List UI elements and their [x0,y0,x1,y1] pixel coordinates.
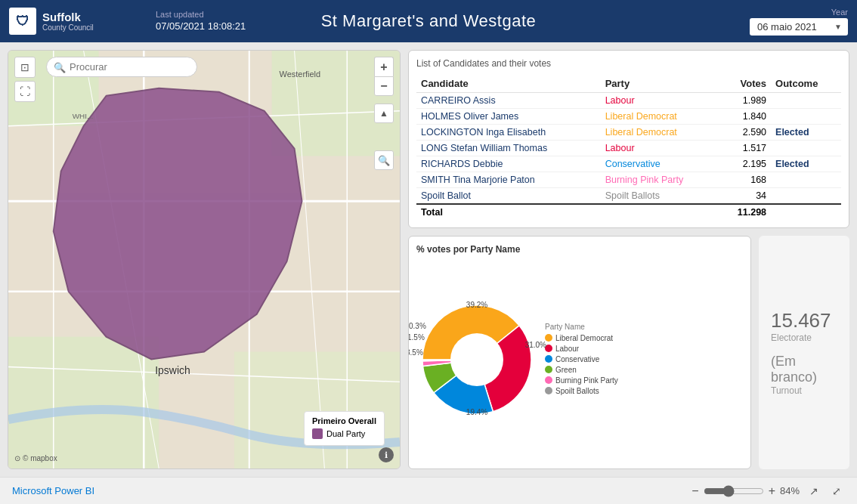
legend-text: Conservative [555,355,599,363]
legend-label-dual-party: Dual Party [326,429,365,438]
legend-dot [545,355,552,363]
chart-legend-items: Liberal DemocratLabourConservativeGreenB… [545,334,618,395]
map-nav: ▲ [374,104,394,123]
zoom-percentage: 84% [780,485,800,496]
chart-legend: Party Name Liberal DemocratLabourConserv… [545,323,618,397]
page-title: St Margaret's and Westgate [321,11,537,31]
candidates-table: Candidate Party Votes Outcome CARREIRO A… [416,75,841,220]
map-legend-title: Primeiro Overall [312,416,376,425]
map-magnify-button[interactable]: 🔍 [374,150,394,170]
candidate-outcome [771,188,841,205]
legend-text: Burning Pink Party [555,376,618,385]
candidate-name: HOLMES Oliver James [416,109,601,125]
table-row: SMITH Tina Marjorie Paton Burning Pink P… [416,172,841,188]
svg-text:Ipswich: Ipswich [155,364,190,376]
donut-chart: 39.2% 31.0% 19.4% 8.5% 1.5% 0.3% [416,299,537,420]
logo-area: 🛡 Suffolk County Council [9,8,145,35]
zoom-slider-area: − + 84% [691,484,800,498]
legend-color-dual-party [312,428,323,439]
candidate-name: LONG Stefan William Thomas [416,141,601,156]
map-canvas: Ipswich Westerfield WHI... [8,51,400,468]
candidate-votes: 168 [719,172,771,188]
last-updated-value: 07/05/2021 18:08:21 [156,20,246,32]
header: 🛡 Suffolk County Council Last updated 07… [0,0,857,42]
table-row: LOCKINGTON Inga Elisabeth Liberal Democr… [416,125,841,141]
svg-rect-3 [8,337,159,468]
candidates-body: CARREIRO Assis Labour 1.989 HOLMES Olive… [416,93,841,205]
candidate-votes: 1.517 [719,141,771,156]
chart-title: % votes por Party Name [416,244,743,255]
candidate-name: LOCKINGTON Inga Elisabeth [416,125,601,141]
legend-item: Dual Party [312,428,376,439]
main-content: Ipswich Westerfield WHI... 🔍 ⊡ ⛶ + − ▲ 🔍 [0,42,857,477]
candidate-party: Liberal Democrat [601,109,719,125]
col-candidate: Candidate [416,75,601,93]
map-home-button[interactable]: ⊡ [14,57,36,78]
legend-text: Labour [555,345,579,353]
search-input[interactable] [46,57,197,77]
zoom-minus-button[interactable]: − [691,484,698,498]
turnout-group: (Em branco) Turnout [771,354,837,396]
map-magnifier-area: 🔍 [374,150,394,170]
candidate-party: Labour [601,93,719,109]
candidate-votes: 1.989 [719,93,771,109]
footer-share-button[interactable]: ↗ [806,483,822,499]
zoom-plus-button[interactable]: + [769,484,775,498]
year-label: Year [831,8,848,17]
map-north-button[interactable]: ▲ [374,104,394,123]
chart-content: 39.2% 31.0% 19.4% 8.5% 1.5% 0.3% Party N… [416,261,743,459]
legend-dot [545,366,552,373]
candidate-outcome: Elected [771,125,841,141]
candidate-votes: 2.590 [719,125,771,141]
zoom-out-button[interactable]: − [374,76,394,96]
logo-subtitle: County Council [42,23,94,32]
pct-label-burning: 1.5% [408,333,425,342]
legend-text: Green [555,366,577,374]
logo-title: Suffolk [42,11,94,23]
year-select-wrapper[interactable]: 06 maio 2021 [750,18,848,36]
map-info-button[interactable]: ℹ [379,447,394,462]
candidate-outcome [771,172,841,188]
candidate-votes: 1.840 [719,109,771,125]
zoom-in-button[interactable]: + [374,57,394,76]
turnout-value: (Em branco) [771,354,837,385]
candidate-name: RICHARDS Debbie [416,156,601,172]
footer-expand-button[interactable]: ⤢ [828,483,845,499]
candidate-outcome [771,109,841,125]
candidates-panel: List of Candidates and their votes Candi… [408,50,849,228]
legend-text: Liberal Democrat [555,334,613,342]
pct-label-green: 8.5% [408,348,423,357]
svg-rect-4 [234,352,400,468]
bottom-right: % votes por Party Name 39.2% 31.0% 19.4% [408,236,849,469]
footer: Microsoft Power BI − + 84% ↗ ⤢ [0,477,857,504]
candidates-section-title: List of Candidates and their votes [416,58,841,69]
col-party: Party [601,75,719,93]
map-search[interactable]: 🔍 [46,57,197,77]
logo-text: Suffolk County Council [42,11,94,32]
footer-right: − + 84% ↗ ⤢ [691,483,845,499]
right-panels: List of Candidates and their votes Candi… [408,50,849,469]
logo-shield: 🛡 [9,8,36,35]
total-label: Total [416,204,719,220]
candidate-outcome: Elected [771,156,841,172]
pct-label-libdem: 39.2% [466,301,487,309]
table-row: HOLMES Oliver James Liberal Democrat 1.8… [416,109,841,125]
electorate-panel: 15.467 Electorate (Em branco) Turnout [759,236,849,469]
powerbi-link[interactable]: Microsoft Power BI [12,485,94,496]
last-updated-label: Last updated [156,10,246,19]
zoom-slider[interactable] [704,485,764,497]
col-votes: Votes [719,75,771,93]
legend-dot [545,387,552,394]
table-row: RICHARDS Debbie Conservative 2.195 Elect… [416,156,841,172]
chart-panel: % votes por Party Name 39.2% 31.0% 19.4% [408,236,751,469]
chart-legend-item: Conservative [545,355,618,363]
table-row: LONG Stefan William Thomas Labour 1.517 [416,141,841,156]
map-fullscreen-button[interactable]: ⛶ [14,81,36,102]
year-select[interactable]: 06 maio 2021 [750,18,848,36]
candidate-party: Conservative [601,156,719,172]
mapbox-credit: ⊙ © mapbox [14,454,57,462]
col-outcome: Outcome [771,75,841,93]
candidate-party: Labour [601,141,719,156]
chart-legend-item: Labour [545,345,618,353]
candidate-votes: 2.195 [719,156,771,172]
